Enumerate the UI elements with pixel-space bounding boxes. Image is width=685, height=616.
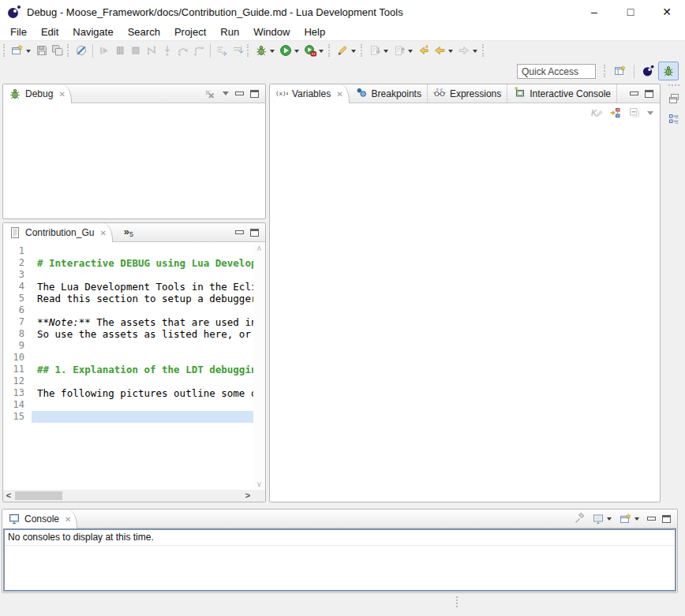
dropdown-arrow-icon[interactable] — [473, 50, 477, 53]
editor-maximize-button[interactable] — [250, 229, 259, 237]
dropdown-arrow-icon[interactable] — [294, 50, 299, 53]
variables-tab-strip: (x)=Variables✕BreakpointsxyExpressionsIn… — [270, 84, 617, 103]
scroll-right-icon[interactable]: > — [242, 490, 253, 502]
toolbar-separator — [247, 44, 250, 57]
save-all-button[interactable] — [50, 42, 66, 59]
run-button[interactable] — [278, 42, 302, 59]
hidden-editors-chevron[interactable]: »5 — [113, 223, 133, 241]
toolbar-group — [96, 42, 207, 59]
sash-drag-handle[interactable] — [456, 596, 458, 607]
menu-window[interactable]: Window — [246, 24, 297, 39]
console-content[interactable]: No consoles to display at this time. — [3, 528, 676, 592]
quick-access-box[interactable]: Quick Access — [517, 64, 596, 79]
debug-perspective-button[interactable] — [658, 62, 679, 80]
profile-button[interactable] — [302, 42, 327, 59]
restore-view-button[interactable] — [664, 90, 683, 107]
pin-console-button[interactable] — [573, 513, 586, 525]
debug-view-maximize-button[interactable] — [250, 90, 259, 98]
tab-console-close-icon[interactable]: ✕ — [65, 515, 71, 524]
code-text-area[interactable]: # Interactive DEBUG using Lua DevelopThe… — [32, 242, 253, 490]
menu-navigate[interactable]: Navigate — [66, 24, 120, 39]
scroll-left-icon[interactable]: < — [3, 490, 14, 502]
window-minimize-button[interactable]: – — [576, 0, 612, 24]
disconnect-button[interactable] — [144, 42, 159, 59]
remove-all-terminated-button[interactable] — [204, 88, 216, 100]
display-selected-console-button[interactable] — [592, 513, 613, 525]
debug-button[interactable] — [253, 42, 278, 59]
horizontal-scroll-thumb[interactable] — [15, 491, 62, 500]
tab-expressions[interactable]: xyExpressions — [428, 84, 507, 103]
use-step-filters-button[interactable] — [214, 42, 230, 59]
debug-view-content[interactable] — [3, 103, 265, 218]
suspend-icon — [114, 44, 126, 57]
back-button[interactable] — [432, 42, 456, 59]
console-minimize-button[interactable] — [647, 517, 656, 521]
tab-breakpoints[interactable]: Breakpoints — [350, 84, 428, 103]
variables-maximize-button[interactable] — [645, 90, 653, 98]
menu-file[interactable]: File — [3, 24, 34, 39]
skip-all-breakpoints-icon — [75, 44, 88, 57]
variables-minimize-button[interactable] — [630, 91, 638, 95]
editor-minimize-button[interactable] — [235, 230, 244, 234]
dropdown-arrow-icon[interactable] — [319, 50, 324, 53]
outline-view-button[interactable] — [664, 110, 683, 128]
resume-button[interactable] — [96, 42, 112, 59]
tab-label: Expressions — [450, 88, 501, 99]
tab-debug-close-icon[interactable]: ✕ — [58, 90, 65, 99]
window-maximize-button[interactable]: □ — [612, 0, 649, 24]
menu-project[interactable]: Project — [167, 24, 213, 39]
dropdown-arrow-icon[interactable] — [384, 50, 388, 53]
dropdown-arrow-icon[interactable] — [448, 50, 453, 53]
show-logical-structure-button[interactable] — [609, 106, 622, 119]
variables-view-menu-button[interactable] — [647, 111, 653, 115]
menu-edit[interactable]: Edit — [34, 24, 66, 39]
editor-vertical-scrollbar[interactable]: ∧ ∨ — [253, 242, 265, 490]
trim-drag-handle[interactable] — [668, 84, 679, 87]
step-over-button[interactable] — [175, 42, 191, 59]
step-into-button[interactable] — [159, 42, 175, 59]
menu-run[interactable]: Run — [213, 24, 246, 39]
open-perspective-button[interactable] — [610, 62, 631, 80]
console-maximize-button[interactable] — [662, 515, 671, 523]
suspend-button[interactable] — [112, 42, 128, 59]
show-type-names-button[interactable]: K — [590, 106, 603, 119]
dropdown-arrow-icon[interactable] — [408, 50, 413, 53]
tab-contribution-guide[interactable]: Contribution_Gu ✕ — [3, 223, 113, 242]
menu-search[interactable]: Search — [121, 24, 167, 39]
menu-help[interactable]: Help — [297, 24, 332, 39]
debug-view-menu-button[interactable] — [223, 91, 229, 95]
line-number: 7 — [3, 316, 32, 328]
tab-close-icon[interactable]: ✕ — [336, 90, 342, 99]
scroll-down-icon[interactable]: ∨ — [253, 480, 265, 488]
debug-view-minimize-button[interactable] — [235, 91, 244, 95]
new-wizard-button[interactable] — [9, 42, 34, 59]
tab-console[interactable]: Console ✕ — [2, 510, 77, 528]
last-edit-location-button[interactable] — [416, 42, 432, 59]
window-close-button[interactable]: ✕ — [649, 0, 685, 24]
variables-content[interactable] — [270, 119, 660, 490]
forward-button[interactable] — [456, 42, 481, 59]
save-button[interactable] — [34, 42, 50, 59]
previous-annotation-button[interactable] — [391, 42, 416, 59]
lua-perspective-button[interactable] — [638, 62, 658, 80]
tab-debug[interactable]: Debug ✕ — [3, 84, 72, 103]
terminate-button[interactable] — [128, 42, 144, 59]
debug-perspective-icon — [662, 65, 675, 77]
dropdown-arrow-icon[interactable] — [26, 50, 31, 53]
editor-horizontal-scrollbar[interactable]: < > — [3, 490, 253, 502]
tab-contribution-guide-close-icon[interactable]: ✕ — [99, 229, 106, 237]
highlight-button[interactable] — [335, 42, 359, 59]
step-return-button[interactable] — [191, 42, 207, 59]
dropdown-arrow-icon[interactable] — [270, 50, 275, 53]
tab-interactive-console[interactable]: Interactive Console — [507, 84, 617, 103]
open-console-button[interactable] — [619, 513, 641, 525]
restore-view-icon — [668, 92, 680, 105]
drop-to-frame-button[interactable] — [230, 42, 245, 59]
skip-all-breakpoints-button[interactable] — [73, 42, 89, 59]
tab-variables[interactable]: (x)=Variables✕ — [270, 84, 350, 103]
dropdown-arrow-icon[interactable] — [351, 50, 356, 53]
next-annotation-button[interactable] — [367, 42, 391, 59]
code-line — [32, 340, 253, 352]
collapse-all-button[interactable] — [628, 106, 641, 119]
scroll-up-icon[interactable]: ∧ — [253, 244, 265, 252]
